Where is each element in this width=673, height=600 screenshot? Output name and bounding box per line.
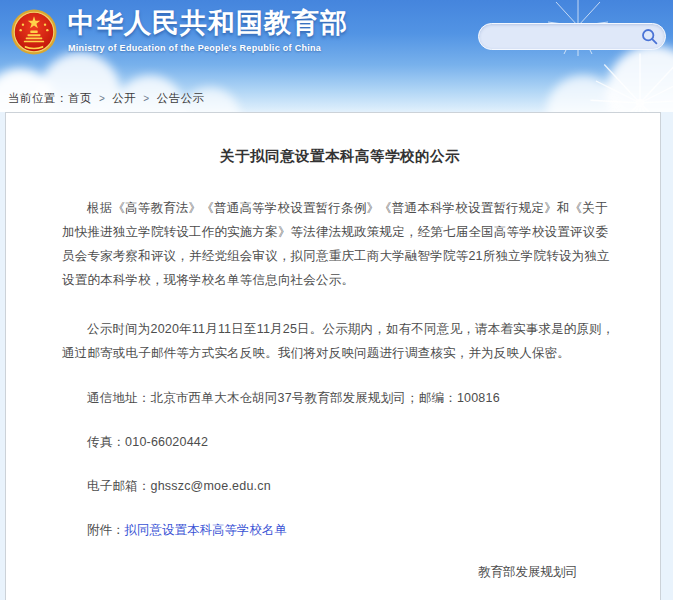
contact-email-line: 电子邮箱：ghsszc@moe.edu.cn	[62, 478, 618, 495]
contact-address-line: 通信地址：北京市西单大木仓胡同37号教育部发展规划司；邮编：100816	[62, 390, 618, 407]
site-title: 中华人民共和国教育部	[68, 6, 348, 40]
breadcrumb-separator: >	[99, 93, 105, 104]
site-subtitle: Ministry of Education of the People's Re…	[68, 43, 348, 53]
article-panel: 关于拟同意设置本科高等学校的公示 根据《高等教育法》《普通高等学校设置暂行条例》…	[5, 112, 661, 600]
search-box[interactable]	[478, 23, 666, 50]
search-input[interactable]	[492, 30, 641, 44]
site-header: 中华人民共和国教育部 Ministry of Education of the …	[0, 0, 673, 112]
breadcrumb-separator: >	[143, 93, 149, 104]
breadcrumb-item-public[interactable]: 公开	[112, 92, 136, 104]
attachment-line: 附件：拟同意设置本科高等学校名单	[62, 522, 618, 539]
article-paragraph: 根据《高等教育法》《普通高等学校设置暂行条例》《普通本科学校设置暂行规定》和《关…	[62, 196, 618, 292]
dandelion-decoration-icon	[585, 48, 673, 112]
attachment-link[interactable]: 拟同意设置本科高等学校名单	[125, 523, 288, 537]
breadcrumb-item-announcements[interactable]: 公告公示	[157, 92, 205, 104]
breadcrumb-label: 当前位置：	[8, 92, 68, 104]
breadcrumb: 当前位置：首页>公开>公告公示	[8, 91, 205, 106]
search-icon	[641, 28, 658, 45]
breadcrumb-item-home[interactable]: 首页	[68, 92, 92, 104]
article-title: 关于拟同意设置本科高等学校的公示	[62, 147, 618, 166]
cloud-decoration-right	[473, 42, 673, 112]
signature-department: 教育部发展规划司	[62, 564, 578, 581]
contact-fax-line: 传真：010-66020442	[62, 434, 618, 451]
national-emblem-icon	[11, 9, 57, 55]
signature-block: 教育部发展规划司 2020年11月11日	[62, 564, 618, 600]
article-paragraph: 公示时间为2020年11月11日至11月25日。公示期内，如有不同意见，请本着实…	[62, 317, 618, 365]
search-button[interactable]	[641, 28, 658, 45]
attachment-label: 附件：	[87, 523, 125, 537]
ministry-logo[interactable]: 中华人民共和国教育部 Ministry of Education of the …	[11, 6, 348, 55]
